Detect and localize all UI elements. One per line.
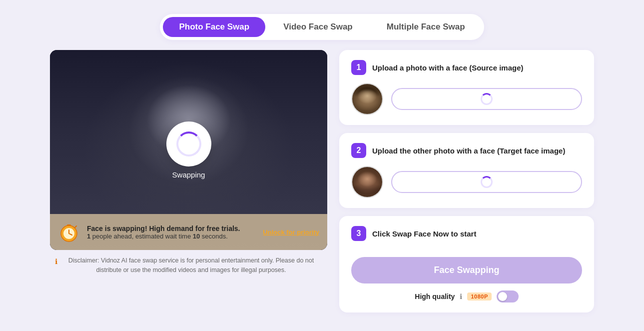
svg-line-4 — [75, 226, 76, 228]
step-1-content — [351, 83, 582, 115]
tab-video[interactable]: Video Face Swap — [267, 17, 369, 37]
swapping-overlay: Swapping — [166, 122, 211, 179]
quality-badge: 1080P — [467, 292, 491, 300]
tab-multiple[interactable]: Multiple Face Swap — [371, 17, 481, 37]
left-panel: Swapping Face is swapping! High demand f… — [50, 50, 327, 312]
notification-text: Face is swapping! High demand for free t… — [87, 224, 256, 240]
info-icon: ℹ — [55, 256, 57, 267]
tab-photo[interactable]: Photo Face Swap — [163, 17, 265, 37]
target-avatar — [351, 166, 383, 198]
tab-bar: Photo Face Swap Video Face Swap Multiple… — [0, 0, 644, 50]
toggle-knob — [498, 292, 507, 301]
disclaimer: ℹ Disclaimer: Vidnoz AI face swap servic… — [50, 256, 327, 275]
step-2-number: 2 — [351, 143, 366, 158]
step-3-card: 3 Click Swap Face Now to start Face Swap… — [339, 216, 594, 312]
main-content: Swapping Face is swapping! High demand f… — [0, 50, 644, 324]
wait-seconds: 10 — [193, 232, 200, 240]
spinner-ring — [176, 132, 201, 156]
step-2-card: 2 Upload the other photo with a face (Ta… — [339, 133, 594, 208]
quality-toggle[interactable] — [497, 290, 519, 302]
step-2-content — [351, 166, 582, 198]
swapping-label: Swapping — [172, 170, 205, 179]
step-1-card: 1 Upload a photo with a face (Source ima… — [339, 50, 594, 125]
target-upload-button[interactable] — [391, 171, 582, 193]
right-panel: 1 Upload a photo with a face (Source ima… — [339, 50, 594, 312]
target-loading-ring — [481, 176, 493, 188]
source-upload-button[interactable] — [391, 88, 582, 110]
image-preview-box: Swapping Face is swapping! High demand f… — [50, 50, 327, 250]
notification-sub: 1 people ahead, estimated wait time 10 s… — [87, 232, 256, 240]
wait-label: people ahead, estimated wait time — [92, 232, 193, 240]
quality-label: High quality — [415, 292, 455, 300]
quality-info-icon: ℹ — [460, 292, 462, 300]
step-1-title: Upload a photo with a face (Source image… — [372, 64, 524, 72]
wait-suffix: seconds. — [202, 232, 228, 240]
avatar-2-inner — [352, 167, 382, 197]
disclaimer-text: Disclaimer: Vidnoz AI face swap service … — [60, 256, 322, 275]
notification-bar: Face is swapping! High demand for free t… — [50, 214, 327, 250]
step-3-number: 3 — [351, 226, 366, 241]
timer-icon — [58, 221, 80, 243]
source-avatar — [351, 83, 383, 115]
quality-row: High quality ℹ 1080P — [351, 290, 582, 302]
step-2-title: Upload the other photo with a face (Targ… — [372, 146, 565, 155]
step-1-number: 1 — [351, 60, 366, 75]
step-1-header: 1 Upload a photo with a face (Source ima… — [351, 60, 582, 75]
step-3-title: Click Swap Face Now to start — [372, 230, 476, 238]
spinner-circle — [166, 122, 211, 166]
tab-container: Photo Face Swap Video Face Swap Multiple… — [160, 14, 484, 40]
avatar-1-inner — [352, 84, 382, 114]
notification-bold: Face is swapping! High demand for free t… — [87, 224, 256, 232]
step-3-header: 3 Click Swap Face Now to start — [351, 226, 582, 241]
source-loading-ring — [481, 93, 493, 105]
unlock-priority-link[interactable]: Unlock for priority — [263, 228, 319, 236]
swap-face-button[interactable]: Face Swapping — [351, 257, 582, 284]
step-2-header: 2 Upload the other photo with a face (Ta… — [351, 143, 582, 158]
ahead-count: 1 — [87, 232, 90, 240]
